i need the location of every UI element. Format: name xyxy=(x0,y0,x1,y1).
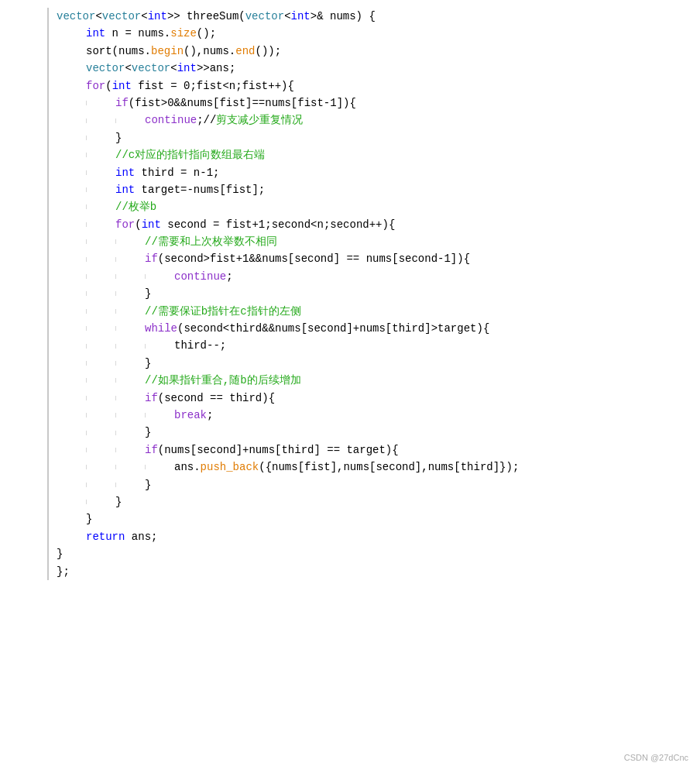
vertical-guide-line xyxy=(86,170,87,175)
code-line: if(second == third){ xyxy=(0,390,700,407)
code-line: //需要保证b指针在c指针的左侧 xyxy=(0,303,700,320)
token: < xyxy=(95,8,101,25)
vertical-guide-line xyxy=(86,431,87,435)
token: vector xyxy=(57,8,95,25)
line-gutter xyxy=(6,510,49,527)
token: begin xyxy=(151,43,184,60)
vertical-guide-line xyxy=(145,413,146,417)
vertical-guide-line xyxy=(145,465,146,469)
code-text: sort(nums.begin(),nums.end()); xyxy=(57,43,694,60)
token: (second == third){ xyxy=(158,390,275,407)
vertical-guide-line xyxy=(86,136,87,140)
line-gutter xyxy=(6,372,49,389)
code-text: //c对应的指针指向数组最右端 xyxy=(57,146,694,163)
line-gutter xyxy=(6,337,49,354)
line-gutter xyxy=(6,94,49,112)
vertical-guide-line xyxy=(86,239,87,244)
token: ans; xyxy=(125,528,157,545)
vertical-guide-line xyxy=(86,274,87,279)
token: push_back xyxy=(201,459,259,476)
line-gutter xyxy=(6,528,49,545)
token: int xyxy=(115,164,135,181)
code-line: int n = nums.size(); xyxy=(0,25,700,42)
vertical-guide-line xyxy=(86,344,87,349)
code-line: continue;//剪支减少重复情况 xyxy=(0,112,700,129)
code-text: vector<vector<int>>ans; xyxy=(57,60,694,77)
line-gutter xyxy=(6,355,49,372)
code-text: int third = n-1; xyxy=(57,164,694,181)
token: //需要和上次枚举数不相同 xyxy=(145,233,277,250)
token: threeSum xyxy=(187,8,238,25)
line-gutter xyxy=(6,60,49,77)
token: < xyxy=(125,60,131,77)
token: third--; xyxy=(174,337,226,354)
token: (nums. xyxy=(112,43,151,60)
vertical-guide-line xyxy=(86,309,87,314)
line-gutter xyxy=(6,129,49,146)
code-text: } xyxy=(57,510,694,527)
line-gutter xyxy=(6,268,49,285)
code-text: ans.push_back({nums[fist],nums[second],n… xyxy=(57,459,694,476)
token: (second<third&&nums[second]+nums[third]>… xyxy=(177,320,489,337)
token: //需要保证b指针在c指针的左侧 xyxy=(145,303,301,320)
vertical-guide-line xyxy=(115,361,116,366)
vertical-guide-line xyxy=(115,465,116,469)
code-line: while(second<third&&nums[second]+nums[th… xyxy=(0,320,700,337)
line-gutter xyxy=(6,198,49,215)
code-line: } xyxy=(0,129,700,146)
code-line: for(int second = fist+1;second<n;second+… xyxy=(0,216,700,233)
vertical-guide-line xyxy=(145,274,146,279)
code-line: int target=-nums[fist]; xyxy=(0,181,700,198)
vertical-guide-line xyxy=(86,257,87,262)
code-text: } xyxy=(57,493,694,510)
token: (second>fist+1&&nums[second] == nums[sec… xyxy=(158,250,470,267)
code-line: for(int fist = 0;fist<n;fist++){ xyxy=(0,77,700,94)
line-gutter xyxy=(6,441,49,459)
code-line: } xyxy=(0,510,700,527)
token: int xyxy=(148,8,167,25)
code-line: ans.push_back({nums[fist],nums[second],n… xyxy=(0,459,700,476)
line-gutter xyxy=(6,43,49,60)
vertical-guide-line xyxy=(115,239,116,244)
token: ({nums[fist],nums[second],nums[third]}); xyxy=(259,459,519,476)
vertical-guide-line xyxy=(115,326,116,331)
code-text: }; xyxy=(57,563,694,580)
vertical-guide-line xyxy=(86,291,87,296)
code-line: if(fist>0&&nums[fist]==nums[fist-1]){ xyxy=(0,94,700,112)
token: ans. xyxy=(174,459,201,476)
line-gutter xyxy=(6,320,49,337)
vertical-guide-line xyxy=(145,344,146,349)
code-text: continue; xyxy=(57,268,694,285)
code-line: } xyxy=(0,355,700,372)
token: third = n-1; xyxy=(135,164,219,181)
token: ( xyxy=(135,216,141,233)
token: >> xyxy=(167,8,187,25)
vertical-guide-line xyxy=(115,396,116,400)
token: (nums[second]+nums[third] == target){ xyxy=(158,441,399,459)
line-gutter xyxy=(6,112,49,129)
line-gutter xyxy=(6,459,49,476)
token: target=-nums[fist]; xyxy=(135,181,265,198)
token: int xyxy=(86,25,105,42)
code-line: int third = n-1; xyxy=(0,164,700,181)
line-gutter xyxy=(6,493,49,510)
token: >>ans; xyxy=(197,60,235,77)
code-line: return ans; xyxy=(0,528,700,545)
code-text: if(nums[second]+nums[third] == target){ xyxy=(57,441,694,459)
code-text: for(int second = fist+1;second<n;second+… xyxy=(57,216,694,233)
code-container: vector<vector<int>> threeSum(vector<int>… xyxy=(0,0,700,773)
vertical-guide-line xyxy=(115,119,116,123)
code-line: //需要和上次枚举数不相同 xyxy=(0,233,700,250)
token: (fist>0&&nums[fist]==nums[fist-1]){ xyxy=(129,94,356,112)
token: }; xyxy=(57,563,70,580)
line-gutter xyxy=(6,181,49,198)
token: if xyxy=(115,94,129,112)
token: for xyxy=(115,216,135,233)
code-line: if(second>fist+1&&nums[second] == nums[s… xyxy=(0,250,700,267)
token: int xyxy=(112,77,132,94)
vertical-guide-line xyxy=(115,291,116,296)
vertical-guide-line xyxy=(86,222,87,227)
line-gutter xyxy=(6,285,49,302)
line-gutter xyxy=(6,8,49,25)
token: } xyxy=(145,355,151,372)
